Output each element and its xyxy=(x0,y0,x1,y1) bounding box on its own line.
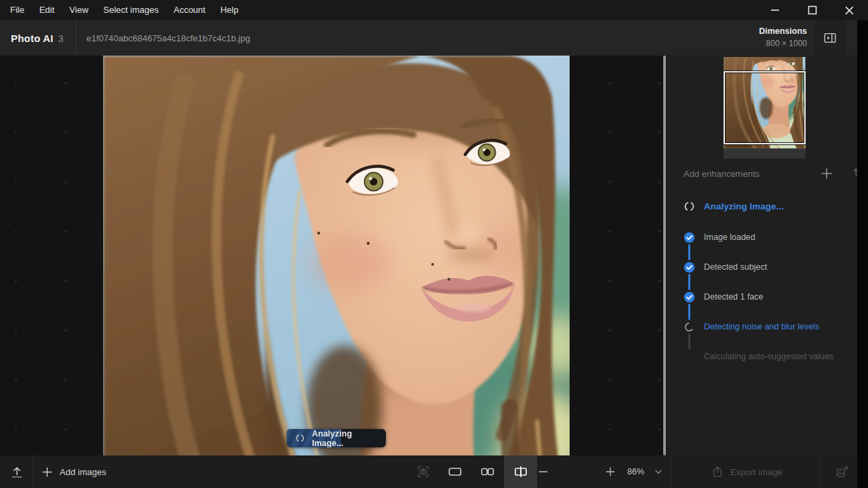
single-view-icon xyxy=(447,464,463,480)
photo-ai-window: File Edit View Select images Account Hel… xyxy=(0,0,868,488)
analyzing-pill: Analyzing Image... xyxy=(287,429,386,447)
zoom-in-button[interactable] xyxy=(603,455,618,488)
analyzing-title: Analyzing Image... xyxy=(704,201,784,211)
import-button[interactable] xyxy=(4,455,30,488)
side-by-side-view-button[interactable] xyxy=(474,455,501,488)
app-logo: Photo AI 3 xyxy=(0,33,76,44)
plus-icon xyxy=(605,466,616,477)
side-by-side-view-icon xyxy=(479,464,496,480)
upload-icon xyxy=(9,464,24,479)
toolbar-divider xyxy=(33,455,33,488)
menubar: File Edit View Select images Account Hel… xyxy=(0,0,868,20)
autopilot-preview-button[interactable] xyxy=(410,455,436,488)
plus-icon xyxy=(41,466,54,479)
close-icon[interactable] xyxy=(831,0,868,20)
add-enhancements-label: Add enhancements xyxy=(684,169,760,179)
step-label: Calculating auto-suggested values xyxy=(704,352,833,361)
step-connector xyxy=(688,304,690,320)
minus-icon xyxy=(538,466,549,477)
export-icon xyxy=(711,465,724,479)
open-in-external-button[interactable] xyxy=(829,455,854,488)
dimensions-value: 800 × 1000 xyxy=(759,37,807,49)
right-sidebar: Add enhancements Analyzing Image... xyxy=(667,56,857,455)
step-connector xyxy=(688,333,690,350)
navigator-thumbnail[interactable] xyxy=(724,57,806,159)
dimensions-block: Dimensions 800 × 1000 xyxy=(759,25,807,49)
add-enhancement-button[interactable] xyxy=(819,166,834,184)
camera-focus-icon xyxy=(416,464,431,479)
add-enhancements-row: Add enhancements xyxy=(684,166,857,181)
dimensions-label: Dimensions xyxy=(759,25,807,37)
check-circle-icon xyxy=(684,291,695,303)
export-image-label: Export image xyxy=(730,467,783,477)
add-images-button[interactable]: Add images xyxy=(41,455,106,488)
step-label: Detected subject xyxy=(704,262,767,272)
bottom-toolbar: Add images xyxy=(0,455,857,488)
image-export-icon xyxy=(835,465,849,479)
check-circle-icon xyxy=(684,262,695,273)
minimize-icon[interactable] xyxy=(756,0,793,20)
analysis-steps: Image loaded Detected subject Detected 1… xyxy=(684,230,833,363)
maximize-icon[interactable] xyxy=(793,0,831,20)
zoom-dropdown-button[interactable] xyxy=(650,455,667,488)
collapse-panel-icon xyxy=(823,30,837,45)
chevron-down-icon xyxy=(654,467,663,476)
check-circle-icon xyxy=(684,232,695,243)
analyzing-pill-label: Analyzing Image... xyxy=(312,429,386,447)
step-connector xyxy=(688,244,690,260)
menu-help[interactable]: Help xyxy=(213,0,246,20)
app-version: 3 xyxy=(58,33,64,44)
step-label: Detecting noise and blur levels xyxy=(704,322,819,331)
plus-icon xyxy=(819,166,834,181)
step-connector xyxy=(688,274,690,290)
toolbar-divider xyxy=(819,455,820,488)
step-label: Image loaded xyxy=(704,232,755,242)
step-label: Detected 1 face xyxy=(704,292,764,302)
photo-preview[interactable] xyxy=(103,56,570,455)
split-view-icon xyxy=(513,464,529,480)
portrait-image xyxy=(103,56,570,455)
window-edge-strip xyxy=(857,20,868,488)
spinner-icon xyxy=(684,321,695,333)
split-view-button[interactable] xyxy=(504,455,537,488)
thumbnail-viewport-box[interactable] xyxy=(724,71,806,144)
canvas[interactable]: Analyzing Image... xyxy=(0,56,667,455)
menu-edit[interactable]: Edit xyxy=(32,0,62,20)
menu-file[interactable]: File xyxy=(3,0,32,20)
step-detected-face: Detected 1 face xyxy=(684,290,833,304)
menu-account[interactable]: Account xyxy=(166,0,213,20)
image-tab[interactable]: e1f0740abc684675a4c18cfe1b7c4c1b.jpg xyxy=(87,33,250,43)
toolbar-divider xyxy=(671,455,671,488)
panel-toggle-button[interactable] xyxy=(814,20,846,56)
window-controls xyxy=(756,0,868,20)
canvas-scrollbar[interactable] xyxy=(663,56,666,455)
menu-view[interactable]: View xyxy=(62,0,96,20)
single-view-button[interactable] xyxy=(441,455,469,488)
tabbar: Photo AI 3 e1f0740abc684675a4c18cfe1b7c4… xyxy=(0,20,857,56)
menu-items: File Edit View Select images Account Hel… xyxy=(0,0,246,20)
export-image-button[interactable]: Export image xyxy=(711,455,783,488)
step-calculating-values: Calculating auto-suggested values xyxy=(684,350,833,363)
app-name: Photo AI xyxy=(11,33,54,44)
spinner-icon xyxy=(684,201,695,212)
step-detected-subject: Detected subject xyxy=(684,260,833,274)
add-images-label: Add images xyxy=(60,467,106,477)
spinner-icon xyxy=(295,433,305,443)
zoom-level-value[interactable]: 86% xyxy=(627,455,644,488)
menu-select-images[interactable]: Select images xyxy=(96,0,166,20)
step-image-loaded: Image loaded xyxy=(684,230,833,244)
tab-separator xyxy=(76,20,77,56)
analysis-header: Analyzing Image... xyxy=(684,199,784,214)
step-detecting-noise: Detecting noise and blur levels xyxy=(684,320,833,333)
zoom-out-button[interactable] xyxy=(536,455,551,488)
